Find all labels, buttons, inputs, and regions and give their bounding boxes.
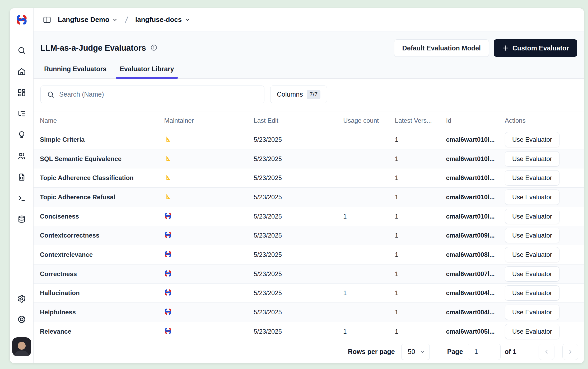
page-header: LLM-as-a-Judge Evaluators Default Evalua…	[34, 31, 584, 79]
previous-page-button[interactable]	[539, 344, 554, 360]
home-icon[interactable]	[17, 67, 26, 76]
langfuse-maintainer-icon	[164, 212, 254, 221]
actions-cell: Use Evaluator	[505, 209, 584, 224]
sidebar	[10, 8, 34, 363]
prompts-icon[interactable]	[17, 173, 26, 181]
evaluator-id: cmal6wart010l...	[446, 193, 505, 201]
tracing-icon[interactable]	[17, 110, 26, 118]
ragas-maintainer-icon	[164, 174, 254, 182]
use-evaluator-button[interactable]: Use Evaluator	[505, 247, 559, 262]
column-header-latest-version: Latest Vers...	[395, 117, 446, 124]
pagination-footer: Rows per page 50 Page of 1	[34, 340, 584, 363]
rows-per-page-select[interactable]: 50	[401, 344, 430, 360]
chevron-right-icon	[567, 349, 573, 355]
page-number-input[interactable]	[468, 344, 501, 360]
tab-running-evaluators[interactable]: Running Evaluators	[40, 65, 110, 78]
use-evaluator-button[interactable]: Use Evaluator	[505, 266, 559, 282]
table-row[interactable]: Topic Adherence Refusal5/23/20251cmal6wa…	[34, 188, 584, 207]
last-edit-date: 5/23/2025	[254, 251, 343, 258]
use-evaluator-button[interactable]: Use Evaluator	[505, 228, 559, 243]
topbar: Langfuse Demo langfuse-docs	[34, 8, 584, 31]
playground-icon[interactable]	[17, 194, 26, 202]
use-evaluator-button[interactable]: Use Evaluator	[505, 151, 559, 167]
use-evaluator-button[interactable]: Use Evaluator	[505, 305, 559, 320]
last-edit-date: 5/23/2025	[254, 309, 343, 316]
default-evaluation-model-button[interactable]: Default Evaluation Model	[394, 39, 489, 57]
evaluator-name: Hallucination	[34, 289, 164, 297]
use-evaluator-button[interactable]: Use Evaluator	[505, 170, 559, 186]
evaluator-id: cmal6wart010l...	[446, 174, 505, 182]
actions-cell: Use Evaluator	[505, 324, 584, 339]
custom-evaluator-button[interactable]: Custom Evaluator	[494, 39, 577, 57]
search-icon[interactable]	[17, 46, 26, 55]
usage-count: 1	[343, 213, 395, 220]
info-icon[interactable]	[150, 44, 157, 52]
table-row[interactable]: Contextrelevance5/23/20251cmal6wart008l.…	[34, 245, 584, 264]
latest-version: 1	[395, 309, 446, 316]
chevron-down-icon	[184, 17, 190, 23]
use-evaluator-button[interactable]: Use Evaluator	[505, 132, 559, 147]
support-icon[interactable]	[17, 315, 26, 324]
use-evaluator-button[interactable]: Use Evaluator	[505, 285, 559, 301]
langfuse-logo-icon	[10, 8, 33, 31]
column-header-maintainer: Maintainer	[164, 117, 254, 124]
table-row[interactable]: Topic Adherence Classification5/23/20251…	[34, 168, 584, 188]
table-row[interactable]: Helpfulness5/23/20251cmal6wart004l...Use…	[34, 303, 584, 322]
actions-cell: Use Evaluator	[505, 305, 584, 320]
tab-evaluator-library[interactable]: Evaluator Library	[116, 65, 178, 78]
evaluator-name: Topic Adherence Refusal	[34, 193, 164, 201]
last-edit-date: 5/23/2025	[254, 174, 343, 182]
search-input[interactable]	[59, 91, 258, 98]
datasets-icon[interactable]	[17, 215, 26, 224]
rows-per-page-label: Rows per page	[348, 348, 395, 356]
columns-button[interactable]: Columns 7/7	[270, 86, 327, 103]
table-row[interactable]: Hallucination5/23/202511cmal6wart004l...…	[34, 284, 584, 303]
evaluator-name: Simple Criteria	[34, 136, 164, 143]
main-area: Langfuse Demo langfuse-docs LLM-as-a-Jud…	[34, 8, 584, 363]
evaluator-id: cmal6wart009l...	[446, 232, 505, 239]
latest-version: 1	[395, 289, 446, 297]
chevron-down-icon	[419, 349, 425, 355]
langfuse-maintainer-icon	[164, 289, 254, 297]
table-body: Simple Criteria5/23/20251cmal6wart010l..…	[34, 130, 584, 340]
settings-icon[interactable]	[17, 295, 26, 303]
chevron-left-icon	[543, 349, 550, 355]
next-page-button[interactable]	[562, 344, 578, 360]
table-row[interactable]: SQL Semantic Equivalence5/23/20251cmal6w…	[34, 149, 584, 169]
sidebar-toggle-icon[interactable]	[43, 15, 52, 24]
evaluation-icon[interactable]	[17, 131, 26, 139]
latest-version: 1	[395, 232, 446, 239]
table-row[interactable]: Contextcorrectness5/23/20251cmal6wart009…	[34, 226, 584, 245]
usage-count: 1	[343, 328, 395, 335]
ragas-maintainer-icon	[164, 155, 254, 163]
evaluator-name: SQL Semantic Equivalence	[34, 155, 164, 163]
actions-cell: Use Evaluator	[505, 190, 584, 205]
organization-switcher[interactable]: Langfuse Demo	[58, 16, 118, 24]
use-evaluator-button[interactable]: Use Evaluator	[505, 190, 559, 205]
evaluator-id: cmal6wart004l...	[446, 309, 505, 316]
langfuse-maintainer-icon	[164, 231, 254, 240]
table-row[interactable]: Correctness5/23/20251cmal6wart007l...Use…	[34, 264, 584, 284]
sidebar-nav	[17, 46, 26, 224]
search-icon	[47, 91, 54, 98]
users-icon[interactable]	[17, 152, 26, 160]
last-edit-date: 5/23/2025	[254, 213, 343, 220]
latest-version: 1	[395, 270, 446, 278]
avatar[interactable]	[12, 337, 31, 356]
table-row[interactable]: Simple Criteria5/23/20251cmal6wart010l..…	[34, 130, 584, 149]
langfuse-maintainer-icon	[164, 270, 254, 278]
dashboard-icon[interactable]	[17, 88, 26, 97]
project-switcher[interactable]: langfuse-docs	[135, 16, 190, 24]
use-evaluator-button[interactable]: Use Evaluator	[505, 324, 559, 339]
evaluator-id: cmal6wart010l...	[446, 155, 505, 163]
table-row[interactable]: Conciseness5/23/202511cmal6wart010l...Us…	[34, 207, 584, 226]
usage-count: 1	[343, 289, 395, 297]
evaluator-name: Correctness	[34, 270, 164, 278]
page-total-label: of 1	[505, 348, 516, 356]
use-evaluator-button[interactable]: Use Evaluator	[505, 209, 559, 224]
last-edit-date: 5/23/2025	[254, 289, 343, 297]
actions-cell: Use Evaluator	[505, 285, 584, 301]
table-row[interactable]: Relevance5/23/202511cmal6wart005l...Use …	[34, 322, 584, 340]
evaluator-id: cmal6wart004l...	[446, 289, 505, 297]
latest-version: 1	[395, 193, 446, 201]
